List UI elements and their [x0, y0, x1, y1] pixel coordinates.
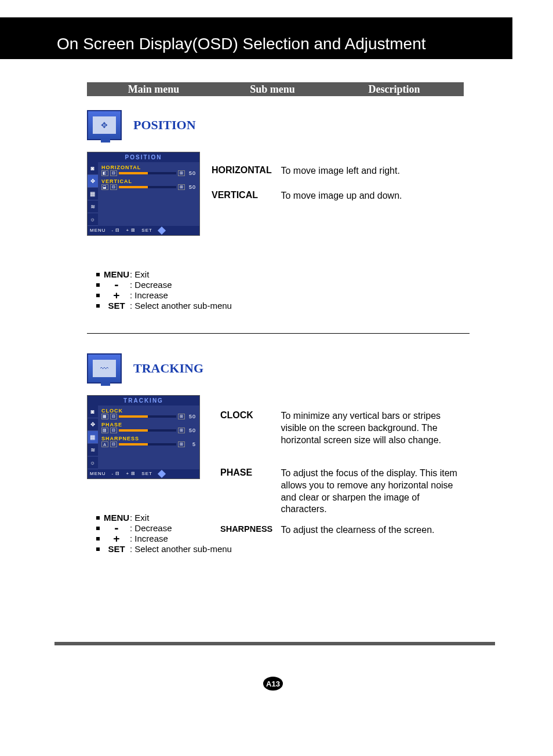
osd-screenshot-position: POSITION ◙ ✥ ▦ ≋ ☼ HORIZONTAL ◧⊟⊞50 VERT…: [87, 152, 200, 236]
col-description: Description: [325, 83, 464, 96]
legend-position: MENU: Exit -: Decrease +: Increase SET: …: [96, 269, 232, 311]
col-main-menu: Main menu: [87, 83, 220, 96]
section-divider: [87, 333, 470, 334]
legend-tracking: MENU: Exit -: Decrease +: Increase SET: …: [96, 513, 232, 554]
osd-screenshot-tracking: TRACKING ◙ ✥ ▦ ≋ ☼ CLOCK ▦⊟⊞50 PHASE ▨⊟⊞…: [87, 395, 200, 479]
submenu-sharpness: SHARPNESS To adjust the clearness of the…: [220, 524, 460, 536]
col-sub-menu: Sub menu: [220, 83, 325, 96]
section-title: POSITION: [133, 118, 196, 133]
submenu-vertical: VERTICAL To move image up and down.: [212, 190, 460, 202]
monitor-icon: 〰: [87, 353, 122, 384]
page-title: On Screen Display(OSD) Selection and Adj…: [57, 35, 426, 53]
page-header: On Screen Display(OSD) Selection and Adj…: [0, 17, 512, 59]
submenu-horizontal: HORIZONTAL To move image left and right.: [212, 165, 460, 177]
submenu-phase: PHASE To adjust the focus of the display…: [220, 468, 460, 516]
column-header-row: Main menu Sub menu Description: [87, 82, 464, 96]
page-number: A13: [263, 677, 283, 691]
monitor-icon: ✥: [87, 110, 122, 140]
footer-bar: [54, 642, 495, 645]
submenu-clock: CLOCK To minimize any vertical bars or s…: [220, 410, 460, 446]
section-title: TRACKING: [133, 361, 203, 376]
